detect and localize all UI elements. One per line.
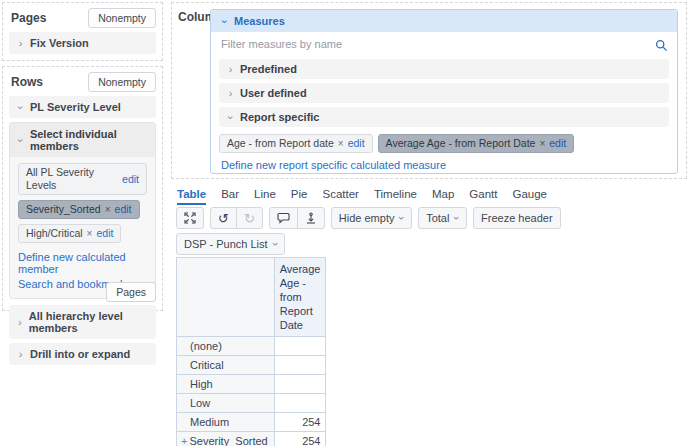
predefined-label: Predefined [240, 63, 297, 75]
value-cell[interactable] [274, 394, 326, 413]
remove-icon[interactable]: × [338, 139, 344, 149]
freeze-header-button[interactable]: Freeze header [473, 207, 561, 229]
tab-line[interactable]: Line [254, 188, 276, 205]
value-cell[interactable]: 254 [274, 413, 326, 432]
hide-empty-label: Hide empty [339, 212, 395, 224]
undo-icon: ↺ [218, 212, 229, 225]
measures-title: Measures [234, 15, 285, 27]
row-label-severity-sorted[interactable]: +Severity_Sorted [177, 432, 275, 446]
measure-edit-link[interactable]: edit [549, 137, 566, 150]
chevron-down-icon: › [15, 137, 26, 143]
rows-nonempty-button[interactable]: Nonempty [88, 72, 156, 92]
measure-column-header[interactable]: Average Age - from Report Date [274, 258, 326, 337]
hide-empty-dropdown[interactable]: Hide empty › [331, 207, 412, 229]
tab-map[interactable]: Map [432, 188, 454, 205]
rows-zone-title: Rows [11, 75, 43, 89]
define-report-specific-measure-link[interactable]: Define new report specific calculated me… [221, 159, 667, 171]
undo-button[interactable]: ↺ [210, 207, 237, 229]
measure-chip-age-from-report-date[interactable]: Age - from Report date × edit [219, 134, 373, 153]
table-row: +Severity_Sorted 254 [177, 432, 326, 446]
move-to-pages-button[interactable]: Pages [106, 282, 156, 302]
row-label-medium[interactable]: Medium [177, 413, 275, 432]
table-row: Medium 254 [177, 413, 326, 432]
pages-nonempty-button[interactable]: Nonempty [88, 8, 156, 28]
search-icon[interactable] [655, 39, 668, 52]
tab-bar[interactable]: Bar [221, 188, 239, 205]
measure-chip-label: Average Age - from Report Date [386, 137, 536, 150]
tab-scatter[interactable]: Scatter [322, 188, 358, 205]
predefined-measures-section[interactable]: › Predefined [219, 59, 669, 79]
row-label-none[interactable]: (none) [177, 337, 275, 356]
expand-plus-icon[interactable]: + [181, 435, 187, 446]
measures-panel: › Measures › Predefined › User defined [210, 9, 678, 174]
member-chip-label: All PL Severity Levels [26, 166, 118, 192]
comment-bubble-icon [277, 212, 290, 224]
drill-into-or-expand-section[interactable]: › Drill into or expand [9, 343, 156, 365]
freeze-header-label: Freeze header [481, 212, 553, 224]
dimension-pl-severity-level[interactable]: › PL Severity Level [9, 96, 156, 118]
expand-arrows-icon [184, 212, 196, 224]
redo-button[interactable]: ↻ [236, 207, 263, 229]
tab-gauge[interactable]: Gauge [512, 188, 547, 205]
table-row: (none) [177, 337, 326, 356]
member-chip-all-pl-severity-levels[interactable]: All PL Severity Levels edit [18, 163, 147, 195]
member-chip-severity-sorted[interactable]: Severity_Sorted × edit [18, 200, 140, 219]
maximize-button[interactable] [176, 207, 204, 229]
member-chip-high-critical[interactable]: High/Critical × edit [18, 224, 121, 243]
total-dropdown[interactable]: Total › [418, 207, 467, 229]
chart-type-tabs: Table Bar Line Pie Scatter Timeline Map … [177, 188, 547, 205]
chevron-right-icon: › [227, 64, 234, 75]
comment-button[interactable] [269, 207, 298, 229]
rows-drop-zone: Rows Nonempty › PL Severity Level › Sele… [2, 66, 163, 311]
measure-edit-link[interactable]: edit [348, 137, 365, 150]
tab-table[interactable]: Table [177, 188, 206, 205]
measures-panel-header[interactable]: › Measures [211, 10, 677, 32]
total-label: Total [426, 212, 449, 224]
export-button[interactable] [297, 207, 325, 229]
report-specific-measures-section[interactable]: › Report specific [219, 107, 669, 127]
measure-chip-average-age-from-report-date[interactable]: Average Age - from Report Date × edit [378, 134, 575, 153]
member-edit-link[interactable]: edit [115, 203, 132, 216]
chevron-right-icon: › [17, 317, 23, 328]
dimension-pl-severity-level-label: PL Severity Level [30, 101, 121, 113]
measure-chip-label: Age - from Report date [227, 137, 334, 150]
chevron-right-icon: › [17, 349, 24, 360]
remove-icon[interactable]: × [105, 205, 111, 215]
user-defined-label: User defined [240, 87, 307, 99]
row-label-high[interactable]: High [177, 375, 275, 394]
measure-chips: Age - from Report date × edit Average Ag… [219, 134, 669, 153]
value-cell[interactable] [274, 375, 326, 394]
table-row: High [177, 375, 326, 394]
drill-into-or-expand-label: Drill into or expand [30, 348, 130, 360]
pages-zone-header: Pages Nonempty [3, 3, 162, 32]
tab-timeline[interactable]: Timeline [374, 188, 417, 205]
member-edit-link[interactable]: edit [96, 227, 113, 240]
select-individual-members-header[interactable]: › Select individual members [10, 123, 155, 157]
filter-measures-input[interactable] [221, 38, 647, 50]
chevron-down-icon: › [219, 18, 230, 25]
rows-zone-header: Rows Nonempty [3, 67, 162, 96]
define-calculated-member-link[interactable]: Define new calculated member [18, 251, 147, 275]
value-cell[interactable] [274, 356, 326, 375]
pages-drop-zone: Pages Nonempty › Fix Version [2, 2, 163, 61]
tab-gantt[interactable]: Gantt [469, 188, 497, 205]
all-hierarchy-level-members-section[interactable]: › All hierarchy level members [9, 305, 156, 339]
row-label-text: Severity_Sorted [189, 435, 267, 446]
undo-redo-group: ↺ ↻ [210, 207, 263, 229]
pivot-table: Average Age - from Report Date (none) Cr… [176, 257, 326, 446]
chevron-down-icon: › [271, 242, 279, 246]
table-row: Critical [177, 356, 326, 375]
chevron-down-icon: › [225, 114, 236, 121]
value-cell[interactable]: 254 [274, 432, 326, 446]
chevron-right-icon: › [17, 38, 24, 49]
row-label-low[interactable]: Low [177, 394, 275, 413]
source-cube-dropdown[interactable]: DSP - Punch List › [176, 233, 285, 255]
row-label-critical[interactable]: Critical [177, 356, 275, 375]
dimension-fix-version[interactable]: › Fix Version [9, 32, 156, 54]
tab-pie[interactable]: Pie [291, 188, 308, 205]
value-cell[interactable] [274, 337, 326, 356]
user-defined-measures-section[interactable]: › User defined [219, 83, 669, 103]
member-edit-link[interactable]: edit [122, 173, 139, 186]
remove-icon[interactable]: × [87, 229, 93, 239]
remove-icon[interactable]: × [539, 139, 545, 149]
